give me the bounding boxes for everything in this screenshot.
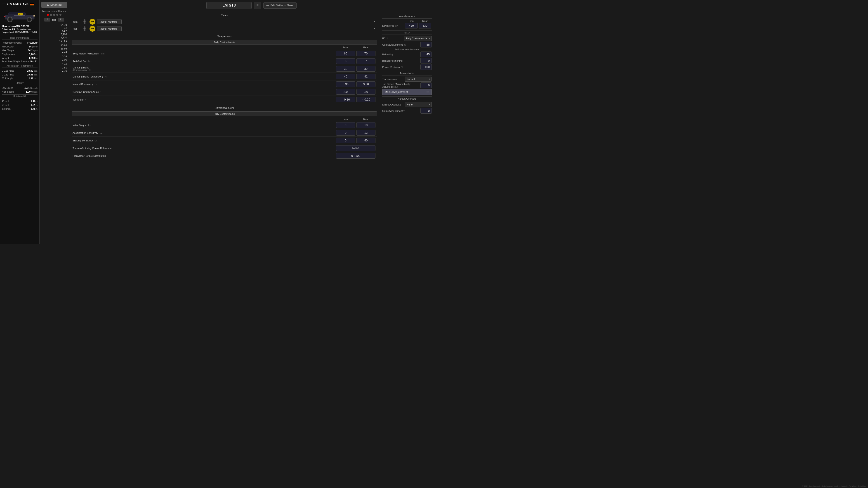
damping-comp-rear[interactable]: 32 — [356, 66, 375, 72]
svg-rect-9 — [14, 15, 25, 16]
downforce-rear[interactable]: 630 — [418, 23, 431, 29]
ecu-select[interactable]: Fully Customisable — [404, 36, 432, 41]
dot-4[interactable] — [56, 14, 58, 16]
body-height-rear[interactable]: 70 — [356, 51, 375, 56]
h-row-4: 6,208 — [41, 33, 67, 36]
ecu-row: ECU Fully Customisable ▼ — [382, 36, 432, 41]
ballast-pos-row: Ballast Positioning 0 — [382, 58, 432, 64]
svg-rect-2 — [9, 12, 25, 14]
nitrous-output-val[interactable]: 0 — [421, 108, 432, 113]
left-panel: ////AMG AMG 61 — [0, 0, 39, 244]
top-speed-val[interactable]: 0 — [421, 83, 432, 88]
power-res-val[interactable]: 100 — [421, 64, 432, 70]
init-torque-front[interactable]: 0 — [336, 122, 355, 128]
measure-button[interactable]: Measure — [41, 2, 67, 8]
aero-title: Aerodynamics — [382, 14, 432, 19]
accel-sens-rear[interactable]: 12 — [356, 130, 375, 135]
amg-logo: ////AMG AMG — [2, 2, 37, 6]
logo-stripe-1 — [2, 3, 6, 3]
aero-table: Front Rear Downforce Lv. 420 630 — [382, 20, 432, 29]
nat-freq-rear[interactable]: 3.30 — [356, 81, 375, 87]
output-adj-row: Output Adjustment % 88 — [382, 42, 432, 47]
camber-row: Negative Camber Angle ° 3.0 3.0 — [72, 88, 377, 96]
tyres-header: Tyres — [72, 13, 377, 18]
h-row-14: 1.75 — [41, 69, 67, 72]
frtd-value[interactable]: 0 : 100 — [336, 153, 375, 159]
perf-adj-title: Performance Adjustment — [382, 48, 432, 51]
engine-detail: Engine Model M159-AMG-GT3-'20 — [2, 31, 37, 33]
front-tyre-select-wrapper: Racing: Medium Racing: Hard Racing: Soft… — [97, 19, 377, 24]
stability-title: Stability — [2, 81, 37, 85]
frwb-row: Front-Rear Weight Balance 49 : 51 — [2, 60, 37, 63]
anti-roll-front[interactable]: 8 — [336, 58, 355, 64]
ballast-pos-val[interactable]: 0 — [421, 58, 432, 64]
damping-exp-front[interactable]: 40 — [336, 74, 355, 79]
aero-col-front: Front — [405, 20, 418, 22]
output-adj-val[interactable]: 88 — [421, 42, 432, 47]
nitrous-title: Nitrous/Overtake — [382, 96, 432, 101]
nitrous-row: Nitrous/Overtake None Active ▼ — [382, 102, 432, 107]
r40-row: 40 mph 1.40G — [2, 99, 37, 103]
trans-title: Transmission — [382, 71, 432, 75]
base-perf-title: Base Performance — [2, 36, 37, 40]
downforce-front[interactable]: 420 — [405, 23, 418, 29]
manual-adj-button[interactable]: Manual Adjustment ••• — [382, 89, 432, 95]
tvcd-value[interactable]: None — [336, 145, 375, 151]
h-row-12: 1.40 — [41, 63, 67, 66]
init-torque-rear[interactable]: 10 — [356, 122, 375, 128]
anti-roll-row: Anti-Roll Bar Lv. 8 7 — [72, 57, 377, 65]
logo-stripe-3 — [2, 5, 4, 5]
nat-freq-front[interactable]: 3.30 — [336, 81, 355, 87]
next-arrow[interactable]: ▶ — [55, 18, 57, 22]
rear-tyre-label: Rear — [72, 27, 80, 30]
edit-settings-button[interactable]: ••• Edit Settings Sheet — [264, 2, 297, 8]
nitrous-select[interactable]: None Active — [405, 102, 432, 107]
toe-rear[interactable]: ↔ 0.20 — [356, 97, 375, 102]
dots-icon: ••• — [266, 4, 269, 7]
dot-2[interactable] — [50, 14, 52, 16]
camber-front[interactable]: 3.0 — [336, 89, 355, 95]
svg-point-6 — [28, 18, 31, 21]
body-height-front[interactable]: 60 — [336, 51, 355, 56]
front-tyre-select[interactable]: Racing: Medium Racing: Hard Racing: Soft — [97, 19, 122, 24]
svg-point-4 — [8, 18, 11, 21]
nitrous-output-row: Output Adjustment % 0 — [382, 108, 432, 113]
camber-rear[interactable]: 3.0 — [356, 89, 375, 95]
h-row-7: 10.92 — [41, 44, 67, 47]
damping-comp-front[interactable]: 30 — [336, 66, 355, 72]
brake-sens-front[interactable]: 0 — [336, 138, 355, 143]
h-row-11: -1.00 — [41, 58, 67, 61]
svg-rect-11 — [4, 16, 5, 17]
damping-exp-row: Damping Ratio (Expansion) % 40 42 — [72, 73, 377, 80]
a025-row: 0-0.25 miles 10.92sec. — [2, 69, 37, 72]
h-row-2: 541 — [41, 26, 67, 30]
frtd-row: Front/Rear Torque Distribution 0 : 100 — [72, 152, 377, 160]
susp-col-rear: Rear — [356, 46, 376, 49]
damping-exp-rear[interactable]: 42 — [356, 74, 375, 79]
menu-icon-button[interactable]: ≡ — [254, 2, 261, 9]
suspension-section: Suspension Fully Customisable Front Rear… — [72, 34, 377, 103]
dot-1[interactable] — [47, 14, 49, 16]
ballast-row: Ballast kg 45 — [382, 52, 432, 57]
l1-button[interactable]: L1 — [44, 18, 50, 22]
history-title: Measurement History — [42, 10, 66, 12]
toe-front[interactable]: ↔ 0.10 — [336, 97, 355, 102]
rear-tyre-select[interactable]: Racing: Medium Racing: Hard Racing: Soft — [97, 26, 122, 31]
front-tyre-label: Front — [72, 20, 80, 23]
prev-arrow[interactable]: ◀ — [51, 18, 54, 22]
dot-5[interactable] — [59, 14, 61, 16]
suspension-header: Suspension — [72, 34, 377, 39]
diff-col-front: Front — [336, 118, 356, 121]
dot-3[interactable] — [53, 14, 55, 16]
pp-row: Performance Points PP724.70 — [2, 41, 37, 44]
suspension-table-header: Front Rear — [72, 46, 377, 49]
disp-row: Displacement 6,208cc — [2, 52, 37, 56]
nat-freq-row: Natural Frequency Hz 3.30 3.30 — [72, 80, 377, 88]
trans-select[interactable]: Normal Manual Semi-Auto — [405, 76, 432, 82]
brake-sens-rear[interactable]: 40 — [356, 138, 375, 143]
anti-roll-rear[interactable]: 7 — [356, 58, 375, 64]
ballast-val[interactable]: 45 — [421, 52, 432, 57]
measurement-panel: Measure Measurement History L1 ◀ ▶ R1 72… — [39, 0, 69, 244]
r1-button[interactable]: R1 — [58, 18, 64, 22]
accel-sens-front[interactable]: 0 — [336, 130, 355, 135]
